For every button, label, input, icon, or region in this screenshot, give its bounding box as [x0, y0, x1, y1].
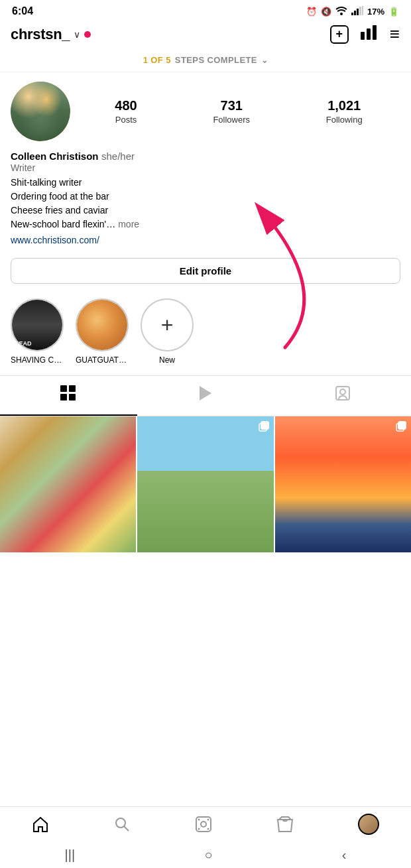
menu-button[interactable]: ≡: [390, 24, 400, 44]
back-nav-button[interactable]: |||: [65, 847, 76, 863]
steps-chevron-icon: ⌄: [261, 56, 268, 65]
posts-stat[interactable]: 480 Posts: [115, 98, 137, 125]
header-actions: + ≡: [330, 24, 400, 44]
battery-percentage: 17%: [367, 7, 384, 17]
bio-line-3: Cheese fries and caviar: [11, 205, 108, 216]
multi-photo-badge: [258, 420, 270, 432]
create-post-button[interactable]: +: [330, 25, 349, 44]
recent-nav-button[interactable]: ‹: [342, 847, 347, 863]
profile-link[interactable]: www.cchristison.com/: [11, 235, 99, 245]
nav-shop-button[interactable]: [276, 816, 294, 833]
status-bar: 6:04 ⏰ 🔇 17% 🔋: [0, 0, 411, 20]
svg-point-28: [207, 819, 209, 821]
tabs-section: [0, 375, 411, 416]
highlight-item[interactable]: HEAD SHAVING CH...: [11, 298, 64, 365]
svg-rect-4: [359, 7, 361, 15]
status-time: 6:04: [12, 5, 33, 17]
svg-rect-12: [60, 394, 67, 401]
followers-label: Followers: [213, 115, 250, 125]
highlight-image-1: HEAD: [12, 300, 62, 350]
app-header: chrstsn_ ∨ + ≡: [0, 20, 411, 50]
bottom-nav: [0, 806, 411, 841]
highlight-label-1: SHAVING CH...: [11, 355, 64, 365]
insights-icon[interactable]: [361, 25, 378, 44]
plus-icon: +: [161, 313, 174, 338]
svg-rect-10: [60, 385, 67, 392]
svg-point-0: [340, 13, 343, 15]
multi-photo-badge: [395, 420, 407, 432]
followers-stat[interactable]: 731 Followers: [213, 98, 250, 125]
svg-rect-13: [69, 394, 76, 401]
svg-point-16: [340, 389, 345, 395]
grid-cell[interactable]: [0, 416, 136, 552]
svg-point-23: [116, 818, 125, 828]
grid-cell[interactable]: [137, 416, 273, 552]
steps-banner[interactable]: 1 OF 5 STEPS COMPLETE ⌄: [0, 50, 411, 72]
highlight-item[interactable]: GUATGUATGU...: [76, 298, 129, 365]
tab-grid[interactable]: [0, 376, 137, 416]
edit-profile-button[interactable]: Edit profile: [11, 258, 400, 284]
grid-thumbnail: [0, 416, 136, 552]
notification-dot-icon: [84, 31, 91, 38]
svg-rect-2: [354, 11, 356, 15]
profile-section: 480 Posts 731 Followers 1,021 Following …: [0, 72, 411, 251]
steps-highlight: 1 OF 5: [143, 55, 171, 65]
posts-count: 480: [115, 98, 137, 113]
header-username-area[interactable]: chrstsn_ ∨: [11, 26, 91, 43]
username-chevron-icon: ∨: [74, 29, 80, 40]
tag-icon: [335, 385, 351, 405]
alarm-icon: ⏰: [306, 7, 317, 17]
nav-search-button[interactable]: [113, 816, 131, 833]
profile-top: 480 Posts 731 Followers 1,021 Following: [11, 82, 400, 141]
new-highlight-label: New: [159, 355, 175, 365]
home-nav-button[interactable]: ○: [204, 847, 212, 863]
bio-line-4: New-school bard flexin'…: [11, 219, 115, 229]
system-nav-bar: ||| ○ ‹: [0, 841, 411, 868]
photo-grid: [0, 416, 411, 552]
grid-cell[interactable]: [275, 416, 411, 552]
svg-rect-8: [373, 25, 377, 40]
pronouns: she/her: [101, 151, 135, 162]
following-label: Following: [326, 115, 363, 125]
svg-marker-14: [200, 386, 211, 401]
svg-rect-7: [367, 29, 371, 40]
display-name: Colleen Christison: [11, 151, 99, 162]
username-label: chrstsn_: [11, 26, 70, 43]
highlight-circle-2: [76, 298, 129, 351]
battery-icon: 🔋: [388, 7, 399, 17]
bio-more-link[interactable]: more: [118, 219, 139, 229]
wifi-icon: [335, 6, 347, 17]
nav-profile-button[interactable]: [358, 814, 379, 835]
following-stat[interactable]: 1,021 Following: [326, 98, 363, 125]
grid-thumbnail: [275, 416, 411, 552]
svg-line-24: [124, 826, 129, 831]
signal-icon: [351, 6, 363, 17]
profile-name-line: Colleen Christison she/her: [11, 151, 400, 162]
nav-profile-avatar: [358, 814, 379, 835]
tab-tagged[interactable]: [274, 376, 411, 416]
svg-point-27: [198, 819, 200, 821]
nav-reels-button[interactable]: [195, 816, 212, 833]
svg-rect-5: [362, 6, 363, 15]
highlights-section: HEAD SHAVING CH... GUATGUATGU... + New: [0, 293, 411, 375]
new-highlight-item[interactable]: + New: [141, 298, 194, 365]
svg-rect-6: [361, 32, 365, 40]
following-count: 1,021: [326, 98, 363, 113]
svg-rect-11: [69, 385, 76, 392]
status-icons: ⏰ 🔇 17% 🔋: [306, 6, 399, 17]
steps-text: STEPS COMPLETE: [175, 55, 257, 65]
highlight-label-2: GUATGUATGU...: [76, 355, 129, 365]
new-highlight-circle: +: [141, 298, 194, 351]
grid-thumbnail: [137, 416, 273, 552]
play-icon: [198, 385, 213, 405]
avatar[interactable]: [11, 82, 70, 141]
nav-home-button[interactable]: [32, 816, 49, 833]
grid-icon: [60, 385, 76, 405]
tab-reels[interactable]: [137, 376, 274, 416]
bio-line-2: Ordering food at the bar: [11, 191, 109, 202]
followers-count: 731: [213, 98, 250, 113]
svg-point-30: [207, 828, 209, 830]
highlight-circle-1: HEAD: [11, 298, 64, 351]
mute-icon: 🔇: [321, 7, 331, 17]
svg-rect-3: [357, 9, 359, 15]
